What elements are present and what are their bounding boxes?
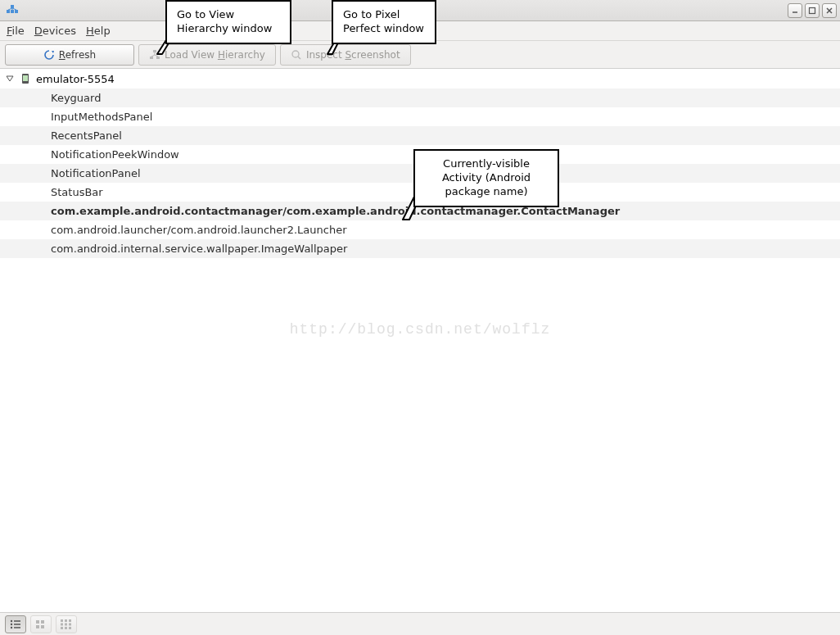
device-icon	[20, 73, 31, 84]
statusbar	[0, 613, 840, 635]
svg-rect-36	[69, 623, 71, 625]
view-list-button[interactable]	[5, 615, 26, 633]
refresh-icon	[43, 49, 55, 61]
svg-rect-35	[65, 623, 67, 625]
svg-rect-13	[156, 57, 160, 59]
svg-point-21	[11, 619, 12, 621]
app-icon	[5, 3, 20, 18]
tree-item[interactable]: RecentsPanel	[0, 126, 840, 145]
svg-rect-28	[41, 620, 44, 624]
svg-rect-27	[36, 620, 39, 624]
list-icon	[10, 619, 21, 629]
menu-help[interactable]: Help	[86, 25, 111, 37]
svg-rect-38	[65, 627, 67, 629]
svg-line-15	[151, 55, 155, 57]
svg-rect-2	[11, 10, 14, 13]
svg-rect-1	[7, 10, 10, 13]
tree-item[interactable]: Keyguard	[0, 88, 840, 107]
svg-rect-37	[61, 627, 63, 629]
callout-view-hierarchy: Go to View Hierarchy window	[165, 0, 291, 44]
svg-rect-3	[15, 10, 18, 13]
view-large-grid-button	[56, 615, 77, 633]
svg-rect-31	[61, 619, 63, 622]
menu-file[interactable]: File	[7, 25, 25, 37]
small-grid-icon	[35, 619, 47, 629]
magnifier-icon	[291, 49, 302, 61]
large-grid-icon	[61, 619, 72, 629]
toolbar: Refresh Load View Hierarchy Inspect Scre…	[0, 41, 840, 69]
maximize-button[interactable]	[805, 3, 820, 18]
view-small-grid-button	[30, 615, 52, 633]
svg-line-5	[8, 8, 12, 10]
collapse-arrow-icon[interactable]	[5, 74, 15, 84]
device-label: emulator-5554	[36, 73, 115, 85]
callout-text: Currently-visible Activity (Android pack…	[442, 157, 531, 197]
callout-activity: Currently-visible Activity (Android pack…	[413, 149, 559, 207]
svg-rect-34	[61, 623, 63, 625]
svg-point-17	[292, 51, 299, 57]
svg-rect-8	[810, 7, 815, 13]
svg-rect-33	[69, 619, 71, 622]
tree-item[interactable]: com.android.launcher/com.android.launche…	[0, 220, 840, 239]
svg-line-6	[12, 8, 16, 10]
svg-rect-39	[69, 627, 71, 629]
close-button[interactable]	[822, 3, 837, 18]
svg-line-18	[298, 57, 300, 59]
refresh-button[interactable]: Refresh	[5, 44, 134, 66]
callout-text: Go to Pixel Perfect window	[343, 8, 424, 34]
svg-rect-12	[150, 57, 153, 59]
svg-point-23	[11, 623, 12, 624]
tree-item[interactable]: com.android.internal.service.wallpaper.I…	[0, 239, 840, 258]
callout-text: Go to View Hierarchy window	[177, 8, 272, 34]
tree-device-row[interactable]: emulator-5554	[0, 69, 840, 88]
svg-rect-30	[41, 625, 44, 628]
svg-rect-0	[11, 5, 14, 8]
tree-item[interactable]: InputMethodsPanel	[0, 107, 840, 126]
menu-devices[interactable]: Devices	[34, 25, 76, 37]
svg-rect-20	[23, 75, 28, 81]
svg-rect-29	[36, 625, 39, 628]
minimize-button[interactable]	[788, 3, 802, 18]
callout-pixel-perfect: Go to Pixel Perfect window	[332, 0, 436, 44]
svg-rect-32	[65, 619, 67, 622]
svg-point-25	[11, 626, 12, 628]
